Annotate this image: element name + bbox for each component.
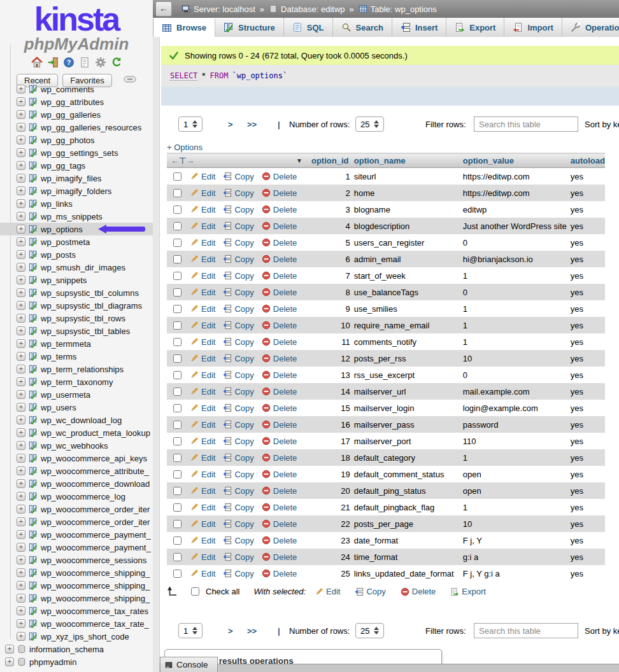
expand-plus-icon[interactable]: [17, 505, 25, 514]
row-checkbox[interactable]: [173, 487, 181, 495]
row-checkbox[interactable]: [173, 172, 181, 181]
copy-row-link[interactable]: Copy: [223, 172, 253, 181]
row-checkbox[interactable]: [173, 305, 181, 313]
sidebar-table-item[interactable]: wp_gg_galleries: [0, 108, 153, 121]
edit-row-link[interactable]: Edit: [190, 172, 215, 181]
last-page-link[interactable]: >>: [247, 120, 257, 129]
copy-row-link[interactable]: Copy: [223, 387, 253, 396]
delete-row-link[interactable]: Delete: [262, 238, 297, 248]
sidebar-table-item[interactable]: wp_woocommerce_payment_: [0, 541, 153, 554]
expand-plus-icon[interactable]: [17, 85, 25, 94]
sidebar-table-item[interactable]: wp_wc_download_log: [0, 414, 153, 426]
expand-plus-icon[interactable]: [17, 543, 25, 552]
row-checkbox[interactable]: [173, 404, 181, 412]
breadcrumb-database[interactable]: Database: editwp: [269, 4, 345, 14]
expand-plus-icon[interactable]: [17, 110, 25, 119]
sidebar-table-item[interactable]: wp_terms: [0, 350, 153, 363]
tab-sql[interactable]: SQL: [284, 18, 333, 37]
edit-row-link[interactable]: Edit: [190, 569, 215, 578]
sidebar-table-item[interactable]: wp_wc_product_meta_lookup: [0, 426, 153, 439]
logout-icon[interactable]: [47, 57, 59, 68]
sidebar-table-item[interactable]: wp_xyz_ips_short_code: [0, 630, 153, 643]
edit-row-link[interactable]: Edit: [190, 188, 215, 198]
copy-row-link[interactable]: Copy: [223, 255, 253, 264]
sidebar-table-item[interactable]: wp_smush_dir_images: [0, 261, 153, 274]
home-icon[interactable]: [31, 57, 43, 68]
edit-row-link[interactable]: Edit: [190, 387, 215, 396]
edit-row-link[interactable]: Edit: [190, 337, 215, 347]
row-checkbox[interactable]: [173, 437, 181, 445]
row-checkbox[interactable]: [173, 338, 181, 346]
copy-row-link[interactable]: Copy: [223, 188, 253, 198]
sidebar-table-item[interactable]: wp_supsystic_tbl_rows: [0, 312, 153, 325]
delete-row-link[interactable]: Delete: [262, 420, 297, 430]
sort-caret-icon[interactable]: ▼: [296, 157, 302, 164]
row-checkbox[interactable]: [173, 272, 181, 280]
expand-plus-icon[interactable]: [17, 581, 25, 590]
expand-plus-icon[interactable]: [17, 594, 25, 603]
copy-row-link[interactable]: Copy: [223, 337, 253, 347]
expand-plus-icon[interactable]: [17, 441, 25, 450]
sidebar-table-item[interactable]: wp_snippets: [0, 274, 153, 286]
tab-import[interactable]: Import: [504, 18, 562, 37]
expand-plus-icon[interactable]: [17, 492, 25, 501]
copy-row-link[interactable]: Copy: [223, 271, 253, 281]
copy-row-link[interactable]: Copy: [223, 420, 253, 430]
edit-row-link[interactable]: Edit: [190, 536, 215, 545]
collapse-handle-icon[interactable]: [124, 76, 136, 83]
expand-plus-icon[interactable]: [17, 632, 25, 641]
console-bar[interactable]: [159, 664, 619, 672]
row-checkbox[interactable]: [173, 255, 181, 263]
options-toggle-link[interactable]: + Options: [167, 143, 203, 152]
tab-structure[interactable]: Structure: [215, 18, 284, 37]
copy-row-link[interactable]: Copy: [223, 569, 253, 578]
sidebar-table-item[interactable]: wp_woocommerce_shipping_: [0, 592, 153, 605]
sidebar-table-item[interactable]: wp_woocommerce_order_iter: [0, 503, 153, 515]
copy-row-link[interactable]: Copy: [223, 486, 253, 496]
row-checkbox[interactable]: [173, 239, 181, 247]
row-checkbox[interactable]: [173, 553, 181, 561]
sidebar-table-item[interactable]: wp_supsystic_tbl_columns: [0, 286, 153, 299]
column-header-option-value[interactable]: option_value: [459, 153, 567, 168]
copy-row-link[interactable]: Copy: [223, 354, 253, 363]
delete-row-link[interactable]: Delete: [262, 255, 297, 264]
row-checkbox[interactable]: [173, 222, 181, 230]
sidebar-database-item[interactable]: phpmyadmin: [0, 655, 153, 668]
delete-row-link[interactable]: Delete: [262, 354, 297, 363]
delete-row-link[interactable]: Delete: [262, 304, 297, 314]
sidebar-table-item[interactable]: wp_posts: [0, 248, 153, 261]
expand-plus-icon[interactable]: [17, 466, 25, 475]
expand-plus-icon[interactable]: [17, 276, 25, 284]
check-all-label[interactable]: Check all: [206, 587, 239, 596]
tab-export[interactable]: Export: [446, 18, 504, 37]
expand-plus-icon[interactable]: [17, 250, 25, 259]
expand-plus-icon[interactable]: [17, 352, 25, 361]
delete-row-link[interactable]: Delete: [262, 271, 297, 281]
sidebar-table-item[interactable]: wp_woocommerce_shipping_: [0, 566, 153, 579]
delete-row-link[interactable]: Delete: [262, 172, 297, 181]
edit-row-link[interactable]: Edit: [190, 354, 215, 363]
console-toggle[interactable]: Console: [160, 657, 218, 672]
sidebar-table-item[interactable]: wp_supsystic_tbl_diagrams: [0, 299, 153, 312]
expand-plus-icon[interactable]: [5, 657, 14, 666]
delete-row-link[interactable]: Delete: [262, 503, 297, 512]
expand-plus-icon[interactable]: [17, 326, 25, 335]
help-icon[interactable]: [63, 57, 75, 68]
sidebar-table-item[interactable]: wp_options: [0, 223, 153, 235]
expand-plus-icon[interactable]: [17, 186, 25, 195]
edit-row-link[interactable]: Edit: [190, 420, 215, 430]
expand-plus-icon[interactable]: [17, 606, 25, 615]
brand-logo[interactable]: kinsta phpMyAdmin: [0, 0, 153, 52]
edit-row-link[interactable]: Edit: [190, 470, 215, 479]
row-checkbox[interactable]: [173, 503, 181, 512]
copy-row-link[interactable]: Copy: [223, 519, 253, 529]
page-select[interactable]: 1: [178, 623, 203, 638]
gear-icon[interactable]: [95, 57, 106, 68]
sidebar-table-item[interactable]: wp_gg_galleries_resources: [0, 121, 153, 134]
edit-row-link[interactable]: Edit: [190, 370, 215, 380]
copy-row-link[interactable]: Copy: [223, 437, 253, 446]
row-checkbox[interactable]: [173, 288, 181, 297]
row-checkbox[interactable]: [173, 454, 181, 462]
sidebar-table-item[interactable]: wp_postmeta: [0, 235, 153, 248]
filter-table-input[interactable]: [474, 623, 578, 638]
